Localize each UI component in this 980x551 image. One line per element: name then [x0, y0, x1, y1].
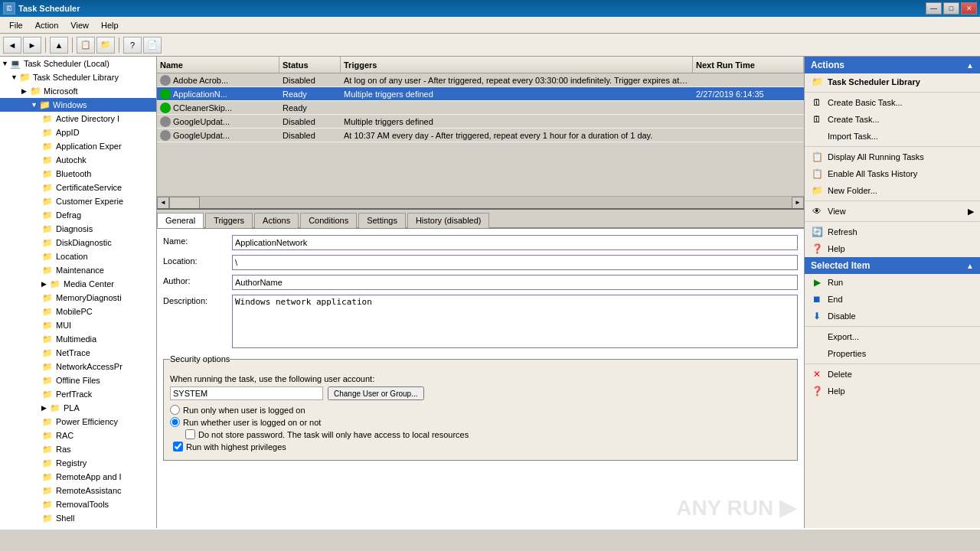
action-display-running[interactable]: 📋 Display All Running Tasks	[805, 148, 980, 165]
create-task-icon: 🗓	[811, 113, 823, 126]
action-create-task[interactable]: 🗓 Create Task...	[805, 111, 980, 128]
sidebar-item-multimedia[interactable]: 📁Multimedia	[0, 332, 156, 346]
help-button[interactable]: ?	[123, 37, 142, 54]
col-header-triggers[interactable]: Triggers	[341, 57, 693, 73]
sidebar-item-nettrace[interactable]: 📁NetTrace	[0, 346, 156, 360]
action-view[interactable]: 👁 View ▶	[805, 203, 980, 220]
paste-button[interactable]: 📁	[96, 37, 115, 54]
menu-action[interactable]: Action	[29, 19, 65, 31]
sidebar-item-bluetooth[interactable]: 📁Bluetooth	[0, 167, 156, 181]
scroll-right-button[interactable]: ►	[792, 197, 804, 209]
tab-triggers[interactable]: Triggers	[205, 213, 253, 228]
task-row[interactable]: CCleanerSkip... Ready	[157, 101, 804, 115]
sidebar-item-location[interactable]: 📁Location	[0, 249, 156, 263]
action-refresh[interactable]: 🔄 Refresh	[805, 223, 980, 240]
scroll-left-button[interactable]: ◄	[157, 197, 169, 209]
minimize-button[interactable]: —	[926, 2, 942, 15]
name-input[interactable]	[232, 235, 798, 250]
forward-button[interactable]: ►	[23, 37, 41, 54]
actions-collapse-button[interactable]: ▲	[966, 61, 974, 70]
action-help-1[interactable]: ❓ Help	[805, 240, 980, 257]
location-input[interactable]	[232, 255, 798, 270]
action-help-2[interactable]: ❓ Help	[805, 383, 980, 399]
close-button[interactable]: ✕	[961, 2, 977, 15]
sidebar-item-defrag[interactable]: 📁Defrag	[0, 208, 156, 222]
tab-actions[interactable]: Actions	[254, 213, 299, 228]
change-user-button[interactable]: Change User or Group...	[328, 386, 424, 400]
action-disable[interactable]: ⬇ Disable	[805, 308, 980, 324]
sidebar-item-autochk[interactable]: 📁Autochk	[0, 153, 156, 167]
action-create-basic[interactable]: 🗓 Create Basic Task...	[805, 94, 980, 111]
col-header-nextrun[interactable]: Next Run Time	[693, 57, 804, 73]
up-button[interactable]: ▲	[50, 37, 68, 54]
action-library[interactable]: 📁 Task Scheduler Library	[805, 73, 980, 90]
checkbox-highest-priv[interactable]	[173, 442, 183, 452]
menu-view[interactable]: View	[64, 19, 95, 31]
sidebar-item-remoteapp[interactable]: 📁RemoteApp and I	[0, 470, 156, 484]
sidebar-item-networkaccess[interactable]: 📁NetworkAccessPr	[0, 360, 156, 373]
action-export[interactable]: Export...	[805, 328, 980, 345]
sidebar-item-remoteassist[interactable]: 📁RemoteAssistanc	[0, 484, 156, 497]
sidebar-item-mui[interactable]: 📁MUI	[0, 318, 156, 332]
action-end[interactable]: ⏹ End	[805, 291, 980, 308]
task-horizontal-scrollbar[interactable]: ◄ ►	[157, 196, 804, 208]
sidebar-item-diagnosis[interactable]: 📁Diagnosis	[0, 222, 156, 236]
task-row[interactable]: GoogleUpdat... Disabled At 10:37 AM ever…	[157, 129, 804, 142]
action-enable-history[interactable]: 📋 Enable All Tasks History	[805, 165, 980, 182]
sidebar-item-mobilepc[interactable]: 📁MobilePC	[0, 305, 156, 318]
sidebar-item-sideshow[interactable]: 📁SideShow	[0, 525, 156, 528]
selected-collapse-button[interactable]: ▲	[966, 262, 974, 270]
sidebar-item-ras[interactable]: 📁Ras	[0, 442, 156, 456]
sidebar-item-memorydiag[interactable]: 📁MemoryDiagnosti	[0, 291, 156, 305]
radio-run-logged-on[interactable]	[170, 405, 180, 415]
sidebar-item-maintenance[interactable]: 📁Maintenance	[0, 263, 156, 277]
radio-run-always-input[interactable]	[170, 417, 180, 427]
task-row[interactable]: ApplicationN... Ready Multiple triggers …	[157, 87, 804, 101]
description-textarea[interactable]: Windows network application	[232, 295, 798, 348]
tree-library[interactable]: ▼ 📁 Task Scheduler Library	[0, 70, 156, 84]
menu-help[interactable]: Help	[95, 19, 125, 31]
scroll-track[interactable]	[169, 197, 792, 209]
sidebar-item-appid[interactable]: 📁AppID	[0, 126, 156, 139]
export-button[interactable]: 📄	[143, 37, 162, 54]
sidebar-item-pla[interactable]: ▶📁PLA	[0, 401, 156, 415]
sidebar-item-diskdiag[interactable]: 📁DiskDiagnostic	[0, 236, 156, 249]
task-row[interactable]: Adobe Acrob... Disabled At log on of any…	[157, 73, 804, 87]
author-input[interactable]	[232, 275, 798, 290]
tree-root[interactable]: ▼ 💻 Task Scheduler (Local)	[0, 57, 156, 70]
sidebar-item-powereff[interactable]: 📁Power Efficiency	[0, 415, 156, 429]
copy-button[interactable]: 📋	[77, 37, 95, 54]
menu-file[interactable]: File	[3, 19, 29, 31]
sidebar-item-certservice[interactable]: 📁CertificateService	[0, 181, 156, 194]
sidebar-item-perftrack[interactable]: 📁PerfTrack	[0, 387, 156, 401]
checkbox-no-password[interactable]	[185, 429, 195, 439]
sidebar-item-mediacenter[interactable]: ▶📁Media Center	[0, 277, 156, 291]
sidebar-item-rac[interactable]: 📁RAC	[0, 429, 156, 442]
sidebar-item-activedirectory[interactable]: 📁Active Directory I	[0, 112, 156, 126]
action-properties[interactable]: Properties	[805, 345, 980, 362]
tab-settings[interactable]: Settings	[358, 213, 406, 228]
scroll-thumb[interactable]	[169, 197, 200, 209]
sidebar-item-removaltools[interactable]: 📁RemovalTools	[0, 497, 156, 511]
action-new-folder[interactable]: 📁 New Folder...	[805, 182, 980, 199]
col-header-name[interactable]: Name	[157, 57, 279, 73]
tree-windows[interactable]: ▼ 📁 Windows	[0, 98, 156, 112]
account-input[interactable]	[170, 386, 323, 400]
sidebar-item-offlinefiles[interactable]: 📁Offline Files	[0, 373, 156, 387]
tab-conditions[interactable]: Conditions	[300, 213, 357, 228]
maximize-button[interactable]: □	[943, 2, 959, 15]
tab-history[interactable]: History (disabled)	[407, 213, 490, 228]
action-delete[interactable]: ✕ Delete	[805, 366, 980, 383]
task-row[interactable]: GoogleUpdat... Disabled Multiple trigger…	[157, 115, 804, 129]
sidebar-item-customerexp[interactable]: 📁Customer Experie	[0, 194, 156, 208]
tab-general[interactable]: General	[157, 213, 204, 228]
action-import-task[interactable]: Import Task...	[805, 128, 980, 145]
back-button[interactable]: ◄	[3, 37, 21, 54]
enable-history-icon: 📋	[811, 168, 823, 180]
tree-microsoft[interactable]: ▶ 📁 Microsoft	[0, 84, 156, 98]
action-run[interactable]: ▶ Run	[805, 274, 980, 291]
col-header-status[interactable]: Status	[279, 57, 341, 73]
sidebar-item-shell[interactable]: 📁Shell	[0, 511, 156, 525]
sidebar-item-registry[interactable]: 📁Registry	[0, 456, 156, 470]
sidebar-item-appexperience[interactable]: 📁Application Exper	[0, 139, 156, 153]
